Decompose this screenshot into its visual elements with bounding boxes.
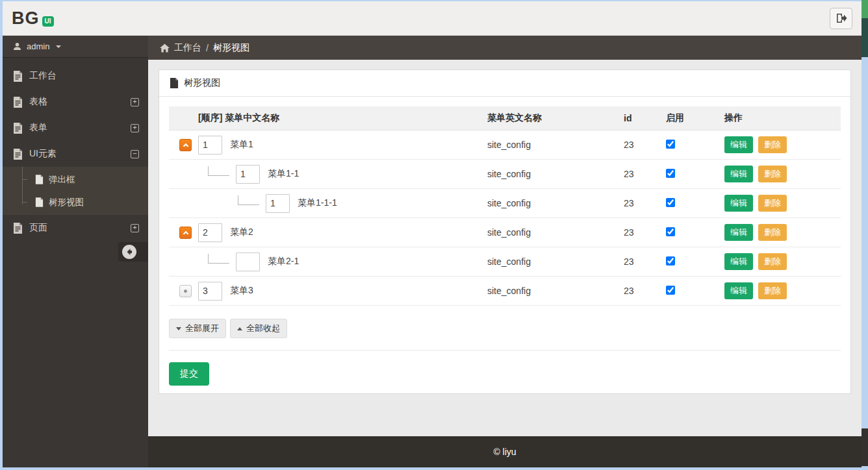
panel-title: 树形视图 bbox=[184, 77, 220, 89]
window-scrollbar[interactable] bbox=[862, 0, 868, 470]
delete-button[interactable]: 删除 bbox=[758, 282, 787, 299]
sidebar-item-label: UI元素 bbox=[29, 148, 57, 160]
delete-button[interactable]: 删除 bbox=[758, 166, 787, 182]
copyright-text: © liyu bbox=[493, 447, 516, 457]
order-input[interactable] bbox=[198, 223, 222, 242]
sidebar-collapse-button[interactable] bbox=[118, 242, 148, 262]
menu-name: 菜单1-1-1 bbox=[298, 197, 337, 209]
menu-name: 菜单1 bbox=[230, 139, 253, 151]
enabled-checkbox[interactable] bbox=[666, 256, 675, 266]
menu-en-name: site_config bbox=[482, 277, 619, 306]
sidebar-item-label: 页面 bbox=[29, 222, 47, 234]
panel-header: 树形视图 bbox=[159, 70, 850, 97]
user-menu[interactable]: admin bbox=[3, 36, 148, 58]
order-input[interactable] bbox=[236, 253, 260, 271]
dot-icon bbox=[184, 290, 187, 293]
edit-button[interactable]: 编辑 bbox=[724, 282, 753, 299]
edit-button[interactable]: 编辑 bbox=[724, 195, 753, 212]
user-name: admin bbox=[27, 42, 49, 51]
scrollbar-thumb[interactable] bbox=[862, 18, 868, 57]
scrollbar-track bbox=[862, 57, 868, 428]
app-logo[interactable]: BG UI bbox=[12, 10, 54, 27]
top-header: BG UI bbox=[3, 1, 862, 36]
breadcrumb-separator: / bbox=[206, 43, 209, 53]
menu-name: 菜单1-1 bbox=[268, 168, 299, 180]
caret-down-icon bbox=[56, 45, 61, 48]
delete-button[interactable]: 删除 bbox=[758, 224, 787, 241]
delete-button[interactable]: 删除 bbox=[758, 253, 787, 270]
expand-plus-icon[interactable] bbox=[131, 124, 139, 132]
file-icon bbox=[35, 175, 44, 184]
sidebar-item-tables[interactable]: 表格 bbox=[3, 89, 148, 115]
file-icon bbox=[13, 223, 23, 234]
sidebar-submenu-ui-elements: 弹出框 树形视图 bbox=[3, 167, 148, 215]
column-header-name: [顺序] 菜单中文名称 bbox=[169, 106, 482, 130]
enabled-checkbox[interactable] bbox=[666, 198, 675, 207]
enabled-checkbox[interactable] bbox=[666, 140, 675, 149]
triangle-up-icon bbox=[237, 327, 242, 330]
expand-all-label: 全部展开 bbox=[185, 323, 219, 334]
scrollbar-segment bbox=[862, 0, 868, 18]
expand-plus-icon[interactable] bbox=[131, 224, 139, 232]
expand-all-button[interactable]: 全部展开 bbox=[169, 319, 226, 338]
order-input[interactable] bbox=[198, 136, 222, 155]
collapse-all-label: 全部收起 bbox=[246, 323, 280, 334]
submit-button[interactable]: 提交 bbox=[169, 362, 209, 386]
leaf-node-button[interactable] bbox=[179, 285, 192, 297]
sidebar-item-label: 树形视图 bbox=[49, 197, 84, 208]
column-header-enabled: 启用 bbox=[661, 106, 719, 130]
sidebar-item-popup[interactable]: 弹出框 bbox=[3, 168, 148, 191]
edit-button[interactable]: 编辑 bbox=[724, 136, 753, 153]
edit-button[interactable]: 编辑 bbox=[724, 166, 753, 182]
triangle-down-icon bbox=[176, 327, 181, 330]
order-input[interactable] bbox=[198, 282, 222, 301]
edit-button[interactable]: 编辑 bbox=[724, 224, 753, 241]
menu-id: 23 bbox=[619, 218, 661, 247]
enabled-checkbox[interactable] bbox=[666, 286, 675, 295]
enabled-checkbox[interactable] bbox=[666, 169, 675, 178]
sidebar-menu: 工作台 表格 表单 bbox=[3, 58, 148, 241]
sidebar-item-treeview[interactable]: 树形视图 bbox=[3, 191, 148, 214]
tree-connector bbox=[208, 254, 229, 264]
sidebar-item-label: 工作台 bbox=[29, 70, 57, 82]
order-input[interactable] bbox=[236, 165, 260, 184]
logout-button[interactable] bbox=[830, 8, 852, 29]
chevron-up-icon bbox=[183, 230, 188, 236]
order-input[interactable] bbox=[266, 194, 290, 213]
column-header-id: id bbox=[619, 106, 661, 130]
node-collapse-button[interactable] bbox=[179, 227, 192, 239]
menu-id: 23 bbox=[619, 247, 661, 277]
delete-button[interactable]: 删除 bbox=[758, 195, 787, 212]
sidebar: admin 工作台 表格 bbox=[3, 36, 148, 467]
node-collapse-button[interactable] bbox=[179, 139, 192, 151]
menu-id: 23 bbox=[619, 277, 661, 306]
delete-button[interactable]: 删除 bbox=[758, 136, 787, 153]
sidebar-item-forms[interactable]: 表单 bbox=[3, 115, 148, 141]
collapse-minus-icon[interactable] bbox=[131, 150, 139, 158]
table-row: 菜单2 site_config 23 编辑 删除 bbox=[169, 218, 841, 247]
tree-controls: 全部展开 全部收起 bbox=[169, 319, 841, 338]
edit-button[interactable]: 编辑 bbox=[724, 253, 753, 270]
file-icon bbox=[13, 149, 23, 160]
sign-out-icon bbox=[836, 13, 847, 23]
page-body: 树形视图 [顺序] 菜单中文名称 菜单英文名称 id 启用 bbox=[148, 60, 862, 436]
collapse-all-button[interactable]: 全部收起 bbox=[230, 319, 287, 338]
footer: © liyu bbox=[148, 436, 862, 467]
sidebar-item-pages[interactable]: 页面 bbox=[3, 215, 148, 241]
file-icon bbox=[13, 97, 23, 108]
menu-name: 菜单2-1 bbox=[268, 256, 299, 267]
logo-badge: UI bbox=[42, 16, 54, 27]
table-row: 菜单1-1-1 site_config 23 编辑 删除 bbox=[169, 189, 841, 218]
treeview-panel: 树形视图 [顺序] 菜单中文名称 菜单英文名称 id 启用 bbox=[159, 69, 851, 394]
sidebar-item-ui-elements[interactable]: UI元素 bbox=[3, 141, 148, 167]
expand-plus-icon[interactable] bbox=[131, 98, 139, 106]
menu-en-name: site_config bbox=[482, 218, 619, 247]
scrollbar-segment bbox=[862, 466, 868, 470]
sidebar-item-workbench[interactable]: 工作台 bbox=[3, 63, 148, 89]
menu-en-name: site_config bbox=[482, 130, 619, 160]
enabled-checkbox[interactable] bbox=[666, 227, 675, 236]
menu-id: 23 bbox=[619, 130, 661, 160]
breadcrumb-home[interactable]: 工作台 bbox=[174, 42, 201, 54]
sidebar-item-label: 表格 bbox=[29, 96, 47, 108]
menu-en-name: site_config bbox=[482, 160, 619, 189]
